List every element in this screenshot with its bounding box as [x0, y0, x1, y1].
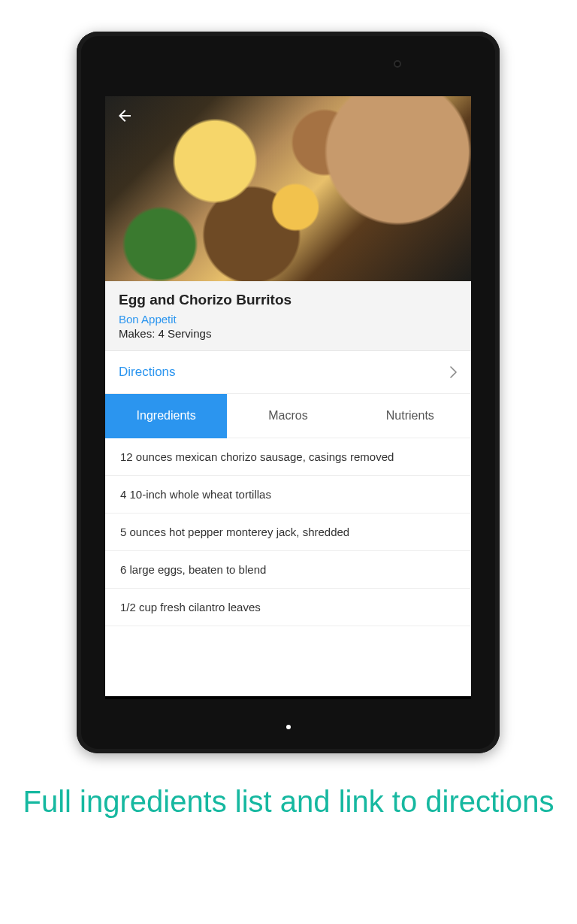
tab-bar: Ingredients Macros Nutrients	[105, 394, 471, 438]
camera-dot	[394, 60, 401, 68]
list-item: 6 large eggs, beaten to blend	[105, 551, 471, 589]
marketing-caption: Full ingredients list and link to direct…	[0, 782, 577, 821]
system-nav-bar	[105, 696, 471, 699]
recipe-servings: Makes: 4 Servings	[119, 327, 458, 340]
tab-macros[interactable]: Macros	[227, 394, 349, 438]
recipe-app: Egg and Chorizo Burritos Bon Appetit Mak…	[105, 96, 471, 699]
home-indicator	[286, 725, 291, 729]
list-item: 5 ounces hot pepper monterey jack, shred…	[105, 514, 471, 551]
recipe-header: Egg and Chorizo Burritos Bon Appetit Mak…	[105, 281, 471, 351]
tab-nutrients[interactable]: Nutrients	[349, 394, 471, 438]
chevron-right-icon	[450, 366, 458, 378]
tablet-frame: Egg and Chorizo Burritos Bon Appetit Mak…	[77, 32, 500, 753]
recipe-title: Egg and Chorizo Burritos	[119, 292, 458, 308]
directions-link[interactable]: Directions	[105, 351, 471, 394]
device-screen: Egg and Chorizo Burritos Bon Appetit Mak…	[105, 96, 471, 699]
list-item: 12 ounces mexican chorizo sausage, casin…	[105, 438, 471, 476]
recipe-source-link[interactable]: Bon Appetit	[119, 313, 458, 326]
ingredients-list[interactable]: 12 ounces mexican chorizo sausage, casin…	[105, 438, 471, 696]
back-button[interactable]	[114, 105, 135, 126]
back-arrow-icon	[116, 107, 134, 125]
list-item: 1/2 cup fresh cilantro leaves	[105, 589, 471, 626]
recipe-hero-image	[105, 96, 471, 281]
tab-ingredients[interactable]: Ingredients	[105, 394, 227, 438]
list-item: 4 10-inch whole wheat tortillas	[105, 476, 471, 514]
directions-label: Directions	[119, 365, 176, 380]
